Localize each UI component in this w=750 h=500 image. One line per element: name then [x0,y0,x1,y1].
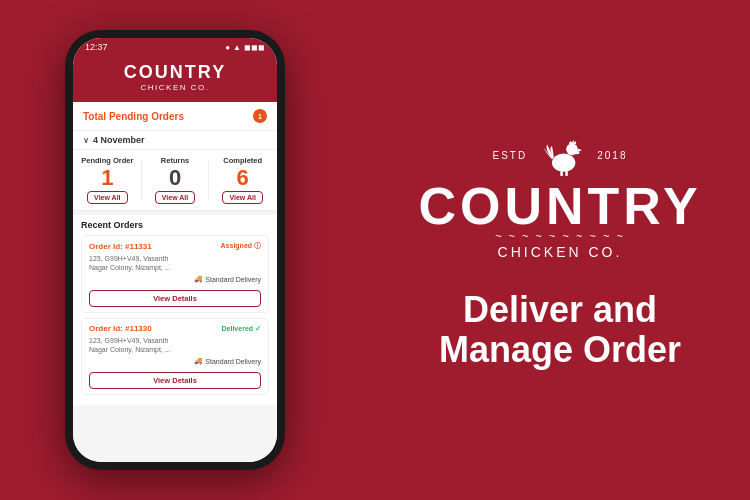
order-1-address: 123, G99H+V49, VasanthNagar Colony, Niza… [89,254,261,272]
view-details-button-2[interactable]: View Details [89,372,261,389]
order-2-delivery-type: 🚚 Standard Delivery [194,357,261,365]
recent-orders-title: Recent Orders [81,220,269,230]
pending-header[interactable]: Total Pending Orders 1 [73,102,277,131]
svg-point-0 [552,153,575,171]
recent-orders-section: Recent Orders Order Id: #11331 Assigned … [73,215,277,405]
order-card-2: Order Id: #11330 Delivered ✓ 123, G99H+V… [81,318,269,395]
estd-row: ESTD [493,131,628,181]
date-label: 4 November [93,135,145,145]
pending-title: Total Pending Orders [83,111,184,122]
status-time: 12:37 [85,42,108,52]
rooster-icon [537,131,587,181]
stat-pending-label: Pending Order [81,156,133,165]
app-content: Total Pending Orders 1 ∨ 4 November Pend… [73,102,277,462]
view-all-pending-button[interactable]: View All [87,191,127,204]
order-2-delivery-row: 🚚 Standard Delivery [89,357,261,365]
order-1-status: Assigned ⓘ [221,241,261,251]
order-card-1: Order Id: #11331 Assigned ⓘ 123, G99H+V4… [81,235,269,313]
order-2-status: Delivered ✓ [222,325,261,333]
stats-row: Pending Order 1 View All Returns 0 View … [73,150,277,211]
brand-name: COUNTRY [418,183,701,230]
phone-screen: 12:37 ● ▲ ◼◼◼ COUNTRY CHICKEN CO. Total … [73,38,277,462]
date-row[interactable]: ∨ 4 November [73,131,277,150]
order-2-id: Order Id: #11330 [89,324,152,333]
order-2-top: Order Id: #11330 Delivered ✓ [89,324,261,333]
svg-rect-4 [566,171,569,176]
view-all-returns-button[interactable]: View All [155,191,195,204]
stat-returns-value: 0 [169,167,181,189]
order-1-id: Order Id: #11331 [89,242,152,251]
stat-completed-label: Completed [223,156,262,165]
brand-sub: CHICKEN CO. [498,244,623,260]
stat-completed: Completed 6 View All [212,156,273,204]
order-1-top: Order Id: #11331 Assigned ⓘ [89,241,261,251]
brand-section: ESTD [370,0,750,500]
signal-icon: ◼◼◼ [244,43,265,52]
svg-point-5 [575,151,580,154]
status-icons: ● ▲ ◼◼◼ [225,43,265,52]
estd-label: ESTD [493,150,528,161]
chevron-icon: ∨ [83,136,89,145]
wifi-icon: ▲ [233,43,241,52]
phone-frame: 12:37 ● ▲ ◼◼◼ COUNTRY CHICKEN CO. Total … [65,30,285,470]
view-all-completed-button[interactable]: View All [222,191,262,204]
stat-pending-value: 1 [101,167,113,189]
status-bar: 12:37 ● ▲ ◼◼◼ [73,38,277,56]
stat-returns-label: Returns [161,156,189,165]
battery-icon: ● [225,43,230,52]
truck-icon-2: 🚚 [194,357,203,365]
app-header: COUNTRY CHICKEN CO. [73,56,277,102]
app-brand-sub: CHICKEN CO. [141,83,210,92]
view-details-button-1[interactable]: View Details [89,290,261,307]
order-1-delivery-row: 🚚 Standard Delivery [89,275,261,283]
svg-rect-3 [561,171,564,176]
tagline: Deliver andManage Order [439,290,681,369]
order-1-delivery-type: 🚚 Standard Delivery [194,275,261,283]
order-2-address: 123, G99H+V49, VasanthNagar Colony, Niza… [89,336,261,354]
brand-divider-swash: ~ ~ ~ ~ ~ ~ ~ ~ ~ ~ [495,230,625,242]
year-label: 2018 [597,150,627,161]
brand-logo-area: ESTD [418,131,701,261]
stat-returns: Returns 0 View All [145,156,206,204]
stat-completed-value: 6 [237,167,249,189]
truck-icon: 🚚 [194,275,203,283]
phone-mockup-container: 12:37 ● ▲ ◼◼◼ COUNTRY CHICKEN CO. Total … [0,0,320,500]
pending-badge: 1 [253,109,267,123]
app-brand-name: COUNTRY [124,62,226,83]
stat-pending: Pending Order 1 View All [77,156,138,204]
